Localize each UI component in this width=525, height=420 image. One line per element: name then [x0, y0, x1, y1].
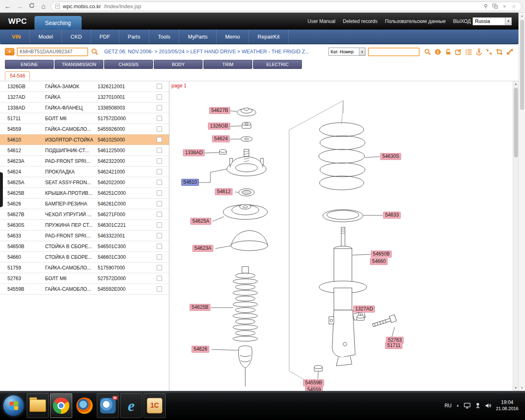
header-link[interactable]: User Manual — [308, 18, 336, 24]
diagram-callout[interactable]: 54559B — [303, 379, 324, 386]
category-button[interactable]: ENGINE — [5, 60, 54, 69]
taskbar-ie-button[interactable]: e — [120, 393, 142, 418]
diagram-callout[interactable]: 1327AD — [353, 306, 375, 313]
row-checkbox[interactable] — [157, 286, 162, 292]
table-row[interactable]: 54627B ЧЕХОЛ УПРУГИЙ ... 546271F000 — [0, 209, 169, 220]
taskbar-1c-button[interactable]: 1С — [144, 393, 166, 418]
home-icon[interactable]: ⌂ — [39, 3, 48, 10]
diagram-callout[interactable]: 54630S — [380, 153, 401, 160]
start-button[interactable] — [3, 395, 24, 416]
unlock-icon[interactable] — [444, 48, 452, 56]
diagram-callout[interactable]: 54624 — [212, 135, 230, 142]
row-checkbox[interactable] — [157, 233, 162, 238]
row-checkbox[interactable] — [157, 126, 162, 132]
category-button[interactable]: BODY — [154, 60, 203, 69]
language-select[interactable]: Russia ▼ — [472, 17, 512, 25]
header-link[interactable]: Deleted records — [343, 18, 378, 24]
diagram-callout[interactable]: 1338AD — [183, 149, 205, 156]
diagram-callout[interactable]: 54610 — [181, 179, 199, 186]
table-row[interactable]: 54624 ПРОКЛАДКА 5462421000 — [0, 167, 169, 177]
diagram-callout[interactable]: 54623A — [192, 245, 213, 252]
page-scroll-up-icon[interactable]: ▲ — [520, 13, 523, 19]
anchor-icon[interactable] — [475, 48, 483, 56]
pin-icon[interactable] — [482, 3, 489, 9]
volume-tray-icon[interactable] — [485, 403, 491, 409]
vin-input[interactable] — [17, 48, 88, 56]
table-row[interactable]: 54623A PAD-FRONT SPRI... 5462322000 — [0, 156, 169, 167]
row-checkbox[interactable] — [157, 180, 162, 185]
reload-icon[interactable] — [27, 2, 36, 10]
row-checkbox[interactable] — [157, 137, 162, 142]
row-checkbox[interactable] — [157, 105, 162, 110]
part-number-input[interactable] — [368, 48, 420, 56]
category-button[interactable]: ELECTRIC — [253, 60, 302, 69]
nav-item[interactable]: Tools — [149, 30, 179, 43]
row-checkbox[interactable] — [157, 265, 162, 270]
table-row[interactable]: 54559 ГАЙКА-САМОБЛО... 5455926000 — [0, 124, 169, 135]
row-checkbox[interactable] — [157, 212, 162, 217]
nav-item[interactable]: MyParts — [179, 30, 217, 43]
table-row[interactable]: 51759 ГАЙКА-САМОБЛО... 5175907000 — [0, 262, 169, 273]
scroll-thumb[interactable] — [514, 88, 518, 158]
back-icon[interactable]: ← — [3, 3, 12, 10]
add-vin-button[interactable]: + — [5, 48, 14, 55]
table-row[interactable]: 54660 СТОЙКА В СБОРЕ... 546601C300 — [0, 252, 169, 262]
nav-item[interactable]: Parts — [119, 30, 149, 43]
nav-item[interactable]: Memo — [217, 30, 249, 43]
page-scroll-down-icon[interactable]: ▼ — [520, 385, 523, 391]
table-row[interactable]: 1326GB ГАЙКА-ЗАМОК 1326212001 — [0, 81, 169, 92]
catalog-number-select[interactable]: Кат. Номер ▼ — [329, 48, 365, 56]
diagram-callout[interactable]: 51711 — [385, 342, 402, 349]
forward-icon[interactable]: → — [15, 3, 24, 10]
vin-search-icon[interactable] — [91, 48, 98, 56]
taskbar-explorer-button[interactable] — [27, 393, 49, 418]
info-icon[interactable] — [434, 48, 442, 56]
table-row[interactable]: 51711 БОЛТ М6 517572D000 — [0, 113, 169, 124]
tray-expand-icon[interactable]: ▲ — [456, 404, 459, 407]
table-row[interactable]: 54559B ГАЙКА-САМОБЛО... 545592E000 — [0, 284, 169, 294]
diagram-scrollbar[interactable]: ▲ ▼ — [513, 81, 518, 391]
header-link[interactable]: ВЫХОД — [453, 18, 471, 24]
diagram-callout[interactable]: 54626 — [192, 346, 209, 353]
tab-searching[interactable]: Searching — [34, 16, 82, 30]
diagram-callout[interactable]: 54627B — [209, 107, 230, 114]
row-checkbox[interactable] — [157, 276, 162, 281]
row-checkbox[interactable] — [157, 244, 162, 249]
panel-collapse-handle[interactable] — [0, 172, 3, 207]
collapse-icon[interactable] — [485, 48, 493, 56]
table-row[interactable]: 54626 БАМПЕР-РЕЗИНА 546261C000 — [0, 199, 169, 209]
category-button[interactable]: TRANSMISSION — [55, 60, 103, 69]
diagram-callout[interactable]: 54660 — [370, 258, 388, 265]
row-checkbox[interactable] — [157, 169, 162, 174]
nav-item[interactable]: Model — [30, 30, 62, 43]
row-checkbox[interactable] — [157, 148, 162, 153]
network-tray-icon[interactable] — [475, 403, 481, 409]
page-scrollbar[interactable]: ▲ ▼ — [518, 13, 525, 391]
diagram-callout[interactable]: 54650B — [371, 251, 392, 258]
zoom-icon[interactable] — [424, 48, 431, 56]
row-checkbox[interactable] — [157, 158, 162, 164]
diagram-callout[interactable]: 54612 — [215, 188, 233, 195]
import-icon[interactable] — [454, 48, 462, 56]
expand-icon[interactable] — [506, 48, 514, 56]
table-row[interactable]: 54625B КРЫШКА-ПРОТИВ... 546251C000 — [0, 188, 169, 199]
category-button[interactable]: CHASSIS — [104, 60, 153, 69]
section-tab[interactable]: 54-546 — [5, 71, 30, 80]
row-checkbox[interactable] — [157, 116, 162, 121]
table-row[interactable]: 54625A SEAT ASSY-FRON... 5462022000 — [0, 177, 169, 188]
table-row[interactable]: 54612 ПОДШИПНИК-СТ... 5461225000 — [0, 145, 169, 156]
row-checkbox[interactable] — [157, 254, 162, 260]
row-checkbox[interactable] — [157, 201, 162, 206]
scroll-up-icon[interactable]: ▲ — [514, 81, 517, 87]
display-tray-icon[interactable] — [464, 403, 470, 409]
row-checkbox[interactable] — [157, 94, 162, 100]
taskbar-firefox-button[interactable] — [73, 393, 96, 418]
table-row[interactable]: 54610 ИЗОЛЯТОР-СТОЙКА 5461025000 — [0, 135, 169, 145]
translate-icon[interactable] — [492, 3, 498, 9]
taskbar-messenger-button[interactable]: M — [97, 393, 119, 418]
row-checkbox[interactable] — [157, 84, 162, 89]
category-button[interactable]: TRIM — [203, 60, 252, 69]
breadcrumb[interactable]: GETZ 06: NOV.2006- > 2010/05/24 > LEFT H… — [104, 49, 309, 55]
nav-item[interactable]: VIN — [3, 30, 30, 43]
row-checkbox[interactable] — [157, 190, 162, 196]
